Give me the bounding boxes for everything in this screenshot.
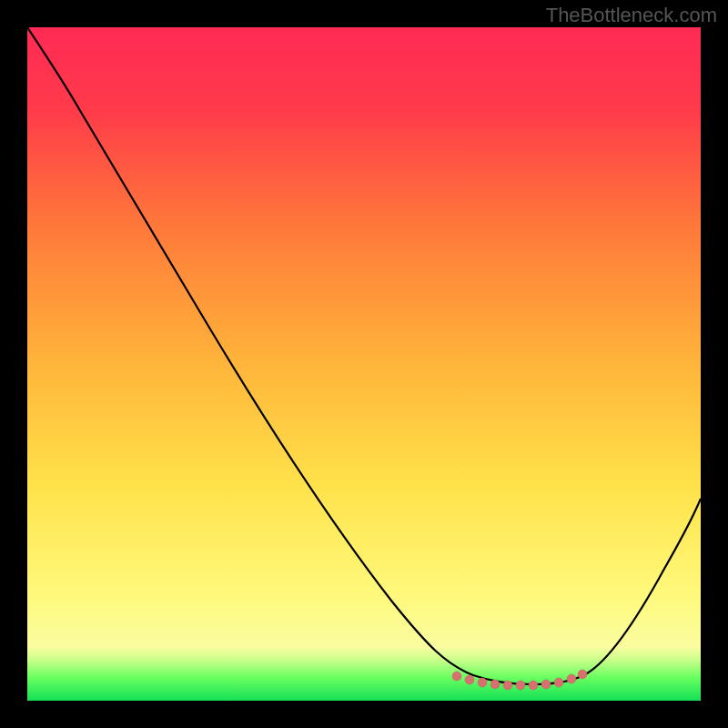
svg-point-1 [452, 672, 461, 681]
chart-container: TheBottleneck.com [0, 0, 728, 728]
svg-point-11 [578, 670, 587, 679]
watermark-text: TheBottleneck.com [546, 4, 717, 27]
svg-point-6 [516, 681, 525, 690]
svg-point-8 [541, 680, 551, 689]
svg-point-10 [567, 674, 576, 683]
svg-point-5 [503, 681, 512, 690]
plot-area [27, 27, 701, 701]
svg-point-3 [478, 678, 487, 687]
svg-point-9 [554, 678, 563, 687]
bottleneck-curve-svg [27, 27, 701, 701]
svg-point-2 [465, 675, 474, 684]
svg-point-7 [529, 681, 538, 690]
flat-region-markers [452, 670, 587, 690]
bottleneck-curve-path [27, 27, 701, 684]
svg-point-4 [490, 680, 500, 689]
